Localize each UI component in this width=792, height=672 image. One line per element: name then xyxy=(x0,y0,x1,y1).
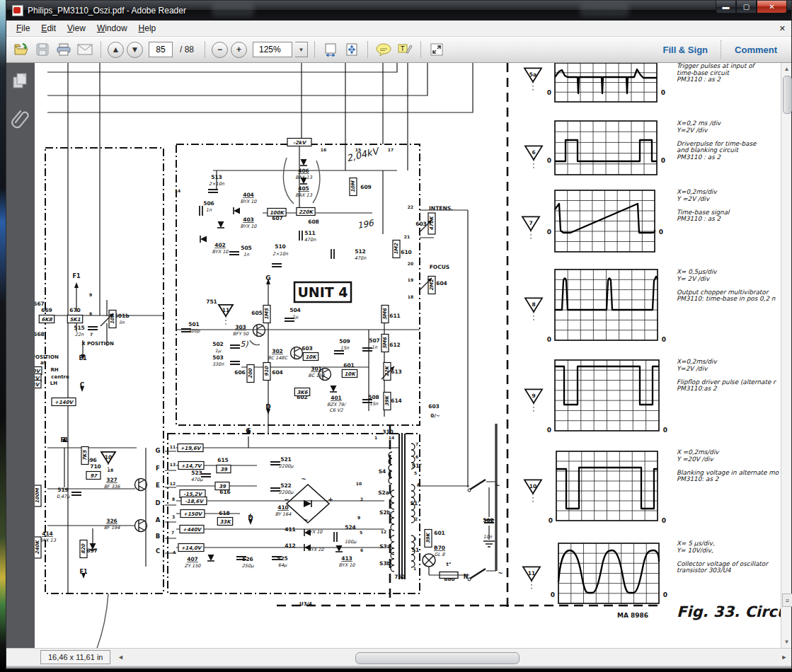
svg-text:+14,0V: +14,0V xyxy=(181,545,202,551)
scope-panel-8: 800X= 0,5µs/divY= 2V /divOutput chopper … xyxy=(525,268,776,343)
next-page-button[interactable]: ▼ xyxy=(127,42,143,58)
page-thumbnails-icon[interactable] xyxy=(11,71,30,90)
svg-text:668: 668 xyxy=(35,331,45,337)
save-button[interactable] xyxy=(33,40,52,59)
svg-text:515: 515 xyxy=(74,325,85,331)
highlight-text-button[interactable]: T xyxy=(396,40,414,59)
svg-text:1n: 1n xyxy=(243,252,250,257)
dio-symbol xyxy=(300,178,307,184)
fit-page-button[interactable] xyxy=(343,40,361,59)
svg-text:UNIT 4: UNIT 4 xyxy=(297,284,348,300)
svg-text:14: 14 xyxy=(389,435,394,440)
svg-text:603: 603 xyxy=(428,403,440,410)
horizontal-scrollbar[interactable]: ◄ ► xyxy=(115,651,790,664)
svg-text:Driverpulse for time-base: Driverpulse for time-base xyxy=(677,140,757,147)
zoom-in-button[interactable]: + xyxy=(231,42,247,58)
svg-text:470n: 470n xyxy=(355,255,367,261)
toolbar-separator xyxy=(420,41,421,58)
svg-text:7: 7 xyxy=(415,441,418,446)
title-bar[interactable]: Philips_PM3110_Oszi.pdf - Adobe Reader ▬… xyxy=(6,1,791,21)
open-button[interactable] xyxy=(12,40,30,59)
svg-text:BFY 50: BFY 50 xyxy=(233,331,249,337)
svg-text:504: 504 xyxy=(289,307,301,313)
svg-text:710: 710 xyxy=(90,463,101,470)
coil-symbol xyxy=(391,511,394,531)
svg-text:Y= 10V/div,: Y= 10V/div, xyxy=(677,547,713,554)
svg-text:Y =20V /div: Y =20V /div xyxy=(677,456,715,463)
coil-symbol xyxy=(391,490,394,509)
vertical-scroll-thumb[interactable] xyxy=(783,76,792,114)
svg-text:10K: 10K xyxy=(344,371,356,377)
print-button[interactable] xyxy=(54,40,73,59)
svg-text:0: 0 xyxy=(549,517,553,524)
menubar-close-icon[interactable]: ✕ xyxy=(779,24,786,33)
menu-item-window[interactable]: Window xyxy=(91,22,133,35)
menu-item-view[interactable]: View xyxy=(62,22,91,35)
comment-panel-button[interactable]: Comment xyxy=(726,45,786,55)
svg-text:9: 9 xyxy=(89,292,92,297)
page-dimensions-badge: 16,46 x 11,61 in xyxy=(40,650,110,664)
svg-text:502: 502 xyxy=(212,341,224,347)
menu-item-help[interactable]: Help xyxy=(133,22,162,35)
maximize-button[interactable]: ▢ xyxy=(736,1,757,13)
svg-text:PM3110: time-base in pos: PM3110: time-base in pos 0,2 n xyxy=(677,295,776,302)
svg-text:603: 603 xyxy=(302,345,313,352)
svg-text:501: 501 xyxy=(188,321,200,328)
page-number-input[interactable] xyxy=(149,42,173,57)
horizontal-scroll-thumb[interactable] xyxy=(355,652,520,664)
attachments-paperclip-icon[interactable] xyxy=(11,108,30,129)
capv-symbol xyxy=(285,318,294,321)
scrollbar-split-button[interactable]: ≡ xyxy=(782,593,792,607)
scroll-up-arrow-icon[interactable]: ▲ xyxy=(782,64,791,74)
npn-symbol xyxy=(135,520,147,532)
svg-text:0: 0 xyxy=(661,89,665,96)
svg-text:D: D xyxy=(155,499,160,506)
svg-text:N: N xyxy=(464,574,469,580)
svg-text:506: 506 xyxy=(203,200,214,207)
capv-symbol xyxy=(334,351,344,354)
svg-text:523: 523 xyxy=(191,470,202,476)
fit-width-button[interactable] xyxy=(321,40,340,59)
svg-text:3K6: 3K6 xyxy=(297,390,308,395)
svg-text:2×10n: 2×10n xyxy=(209,181,225,187)
fullscreen-button[interactable] xyxy=(427,40,446,59)
svg-text:X =0,2ms/div: X =0,2ms/div xyxy=(677,448,720,456)
svg-text:Output chopper multivibrator: Output chopper multivibrator xyxy=(677,289,769,296)
menu-item-file[interactable]: File xyxy=(11,22,35,35)
toolbar-separator xyxy=(205,41,205,58)
svg-text:F1: F1 xyxy=(72,273,80,279)
svg-text:403: 403 xyxy=(243,216,254,223)
svg-text:330n: 330n xyxy=(212,361,224,367)
svg-text:667: 667 xyxy=(35,301,45,307)
zoom-out-button[interactable]: − xyxy=(212,42,228,58)
svg-text:centre: centre xyxy=(51,374,69,380)
fill-sign-button[interactable]: Fill & Sign xyxy=(654,45,716,55)
screen: Philips_PM3110_Oszi.pdf - Adobe Reader ▬… xyxy=(0,0,792,672)
svg-text:7: 7 xyxy=(171,530,174,535)
minimize-button[interactable]: ▬ xyxy=(716,1,736,13)
svg-text:519: 519 xyxy=(57,487,69,493)
previous-page-button[interactable]: ▲ xyxy=(108,42,124,58)
svg-text:PM3110:as 2: PM3110:as 2 xyxy=(677,385,718,392)
svg-text:ZY 150: ZY 150 xyxy=(185,563,202,569)
comment-bubble-button[interactable] xyxy=(374,40,393,59)
vertical-scrollbar[interactable]: ▲ ≡ ▼ xyxy=(781,63,791,648)
npn-symbol xyxy=(253,325,265,337)
svg-text:412: 412 xyxy=(285,543,296,549)
scroll-down-arrow-icon[interactable]: ▼ xyxy=(782,637,791,647)
caph-symbol xyxy=(299,231,302,241)
email-button[interactable] xyxy=(76,40,94,59)
zoom-dropdown-button[interactable]: ▼ xyxy=(295,42,308,57)
svg-text:608: 608 xyxy=(308,219,319,225)
close-button[interactable]: ✕ xyxy=(757,1,787,13)
pdf-page[interactable]: UNIT 45132×10n406BAX 13405BAX 13404BYX 1… xyxy=(35,63,782,650)
scroll-right-arrow-icon[interactable]: ► xyxy=(779,651,790,664)
zoom-level-value[interactable]: 125% xyxy=(253,42,292,57)
svg-text:196: 196 xyxy=(357,218,375,231)
svg-text:BZX 79/: BZX 79/ xyxy=(327,402,347,407)
menu-item-edit[interactable]: Edit xyxy=(35,22,62,35)
svg-text:8: 8 xyxy=(172,497,175,502)
svg-text:T: T xyxy=(400,45,405,52)
scroll-left-arrow-icon[interactable]: ◄ xyxy=(115,651,126,664)
svg-text:BYX 10: BYX 10 xyxy=(339,562,356,568)
